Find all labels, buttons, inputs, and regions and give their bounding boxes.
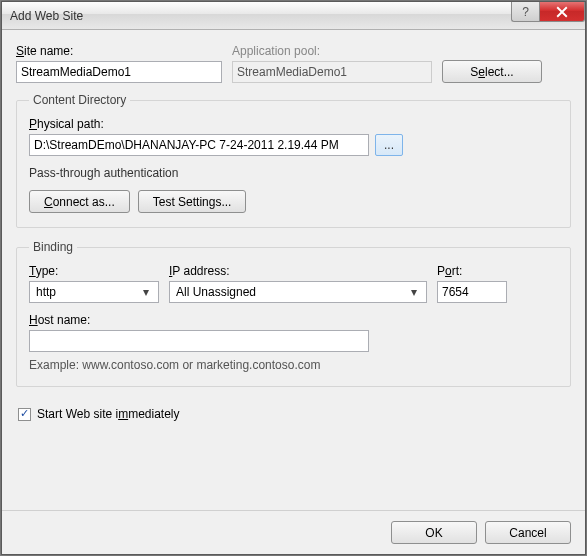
port-input[interactable] (437, 281, 507, 303)
app-pool-input (232, 61, 432, 83)
close-icon (556, 6, 568, 18)
content-directory-group: Content Directory Physical path: ... Pas… (16, 93, 571, 228)
select-app-pool-button[interactable]: Select... (442, 60, 542, 83)
ok-button[interactable]: OK (391, 521, 477, 544)
window-title: Add Web Site (10, 9, 83, 23)
ip-address-label: IP address: (169, 264, 427, 278)
binding-group: Binding Type: http ▾ IP address: All Una… (16, 240, 571, 387)
site-name-label: Site name: (16, 44, 222, 58)
connect-as-button[interactable]: Connect as... (29, 190, 130, 213)
browse-path-button[interactable]: ... (375, 134, 403, 156)
type-label: Type: (29, 264, 159, 278)
chevron-down-icon: ▾ (406, 285, 422, 299)
ip-address-select[interactable]: All Unassigned ▾ (169, 281, 427, 303)
titlebar: Add Web Site ? (2, 2, 585, 30)
type-value: http (36, 285, 56, 299)
type-select[interactable]: http ▾ (29, 281, 159, 303)
app-pool-label: Application pool: (232, 44, 432, 58)
test-settings-button[interactable]: Test Settings... (138, 190, 247, 213)
binding-legend: Binding (29, 240, 77, 254)
content-directory-legend: Content Directory (29, 93, 130, 107)
close-button[interactable] (539, 2, 585, 22)
dialog-footer: OK Cancel (2, 510, 585, 554)
cancel-button[interactable]: Cancel (485, 521, 571, 544)
chevron-down-icon: ▾ (138, 285, 154, 299)
start-immediately-label: Start Web site immediately (37, 407, 180, 421)
help-button[interactable]: ? (511, 2, 539, 22)
ip-address-value: All Unassigned (176, 285, 256, 299)
host-name-input[interactable] (29, 330, 369, 352)
physical-path-label: Physical path: (29, 117, 558, 131)
passthrough-auth-label: Pass-through authentication (29, 166, 558, 180)
host-name-label: Host name: (29, 313, 558, 327)
physical-path-input[interactable] (29, 134, 369, 156)
host-name-example: Example: www.contoso.com or marketing.co… (29, 358, 558, 372)
site-name-input[interactable] (16, 61, 222, 83)
start-immediately-checkbox[interactable] (18, 408, 31, 421)
port-label: Port: (437, 264, 507, 278)
ellipsis-icon: ... (384, 138, 394, 152)
add-web-site-dialog: Add Web Site ? Site name: Application po… (1, 1, 586, 555)
